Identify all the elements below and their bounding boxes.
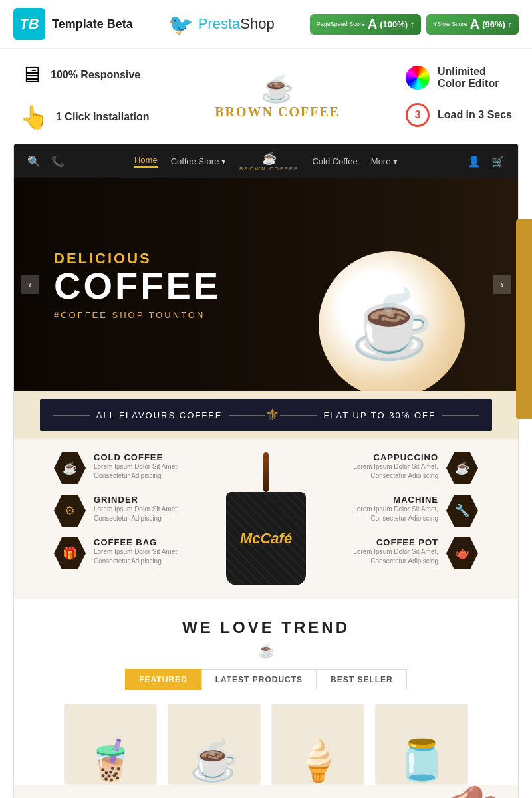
cart-icon[interactable]: 🛒 xyxy=(491,155,505,168)
hero-tag: #COFFEE SHOP TOUNTON xyxy=(54,310,221,320)
responsive-label: 100% Responsive xyxy=(51,69,140,81)
cold-coffee-title: COLD COFFEE xyxy=(94,452,200,462)
coffee-bag-item: 🎁 COFFEE BAG Lorem Ipsum Dolor Sit Amet,… xyxy=(54,537,200,569)
click-icon: 👆 xyxy=(20,104,48,130)
nav-right-icons: 👤 🛒 xyxy=(467,155,505,168)
coffee-types-section: ☕ COLD COFFEE Lorem Ipsum Dolor Sit Amet… xyxy=(14,439,518,598)
cappuccino-item: ☕ CAPPUCCINO Lorem Ipsum Dolor Sit Amet,… xyxy=(332,452,478,484)
timer-icon: 3 xyxy=(406,103,430,127)
user-icon[interactable]: 👤 xyxy=(467,155,481,168)
header-bar: TB Template Beta 🐦 PrestaShop PageSpeed … xyxy=(0,0,532,49)
prestashop-icon: 🐦 xyxy=(168,13,193,36)
product-card-2[interactable]: ☕ xyxy=(168,704,261,785)
we-love-icon: ☕ xyxy=(27,642,505,658)
machine-item: 🔧 MACHINE Lorem Ipsum Dolor Sit Amet, Co… xyxy=(332,495,478,527)
product-card-1[interactable]: 🧋 xyxy=(64,704,157,785)
cold-coffee-icon: ☕ xyxy=(54,452,86,484)
search-icon[interactable]: 🔍 xyxy=(27,155,41,168)
prestashop-name: PrestaShop xyxy=(198,15,275,33)
brand-icon: ☕ xyxy=(215,73,340,104)
center-cup: McCafé xyxy=(213,452,319,585)
brand-center: ☕ BROWN COFFEE xyxy=(215,73,340,120)
pagespeed-value: (100%) ↑ xyxy=(380,19,414,29)
grinder-title: GRINDER xyxy=(94,495,200,505)
right-line xyxy=(442,415,479,416)
product-img-4: 🫙 xyxy=(376,704,467,784)
hero-coffee-image: ☕ xyxy=(319,245,465,391)
nav-more[interactable]: More ▾ xyxy=(371,156,398,166)
monitor-icon: 🖥 xyxy=(20,62,43,88)
product-img-2: ☕ xyxy=(168,704,260,784)
we-love-title: WE LOVE TREND xyxy=(27,618,505,637)
yslow-letter: A xyxy=(470,17,479,32)
hero-section: ‹ DELICIOUS COFFEE #COFFEE SHOP TOUNTON … xyxy=(14,178,518,391)
coffee-pot-desc: Lorem Ipsum Dolor Sit Amet, Consectetur … xyxy=(332,547,438,566)
coffee-list-right: ☕ CAPPUCCINO Lorem Ipsum Dolor Sit Amet,… xyxy=(332,452,478,569)
hero-content: DELICIOUS COFFEE #COFFEE SHOP TOUNTON xyxy=(14,250,261,320)
site-navigation: 🔍 📞 Home Coffee Store ▾ ☕ BROWN COFFEE C… xyxy=(14,144,518,178)
color-editor-feature: Unlimited Color Editor xyxy=(406,66,512,90)
nav-cold-coffee[interactable]: Cold Coffee xyxy=(312,156,357,166)
machine-desc: Lorem Ipsum Dolor Sit Amet, Consectetur … xyxy=(332,505,438,523)
cappuccino-text: CAPPUCCINO Lorem Ipsum Dolor Sit Amet, C… xyxy=(332,452,438,481)
machine-text: MACHINE Lorem Ipsum Dolor Sit Amet, Cons… xyxy=(332,495,438,523)
coffee-beans-icon: 🫘 xyxy=(445,785,511,798)
side-accent-strip xyxy=(516,219,532,419)
machine-icon: 🔧 xyxy=(446,495,478,527)
nav-coffee-store[interactable]: Coffee Store ▾ xyxy=(171,156,226,166)
load-speed-label: Load in 3 Secs xyxy=(438,109,512,121)
flavours-inner: ALL FLAVOURS COFFEE ⚜ FLAT UP TO 30% OFF xyxy=(40,399,492,431)
load-speed-feature: 3 Load in 3 Secs xyxy=(406,103,512,127)
grinder-item: ⚙ GRINDER Lorem Ipsum Dolor Sit Amet, Co… xyxy=(54,495,200,527)
left-line xyxy=(53,415,90,416)
product-card-4[interactable]: 🫙 xyxy=(375,704,468,785)
coffee-bag-text: COFFEE BAG Lorem Ipsum Dolor Sit Amet, C… xyxy=(94,537,200,566)
scores-area: PageSpeed Score A (100%) ↑ YSlow Score A… xyxy=(310,14,519,35)
nav-brand-logo: ☕ BROWN COFFEE xyxy=(239,151,299,172)
discount-text: FLAT UP TO 30% OFF xyxy=(323,410,435,420)
site-title: Template Beta xyxy=(52,17,133,31)
coffee-bag-icon: 🎁 xyxy=(54,537,86,569)
coffee-list-left: ☕ COLD COFFEE Lorem Ipsum Dolor Sit Amet… xyxy=(54,452,200,569)
tab-featured[interactable]: FEATURED xyxy=(125,669,201,690)
product-tabs: FEATURED LATEST PRODUCTS BEST SELLER xyxy=(27,669,505,690)
cold-coffee-text: COLD COFFEE Lorem Ipsum Dolor Sit Amet, … xyxy=(94,452,200,481)
coffee-pot-icon: 🫖 xyxy=(446,537,478,569)
coffee-pot-item: 🫖 COFFEE POT Lorem Ipsum Dolor Sit Amet,… xyxy=(332,537,478,569)
product-img-3: 🍦 xyxy=(272,704,364,784)
color-wheel-icon xyxy=(406,66,430,90)
brand-name: BROWN COFFEE xyxy=(215,104,340,120)
color-editor-label: Unlimited Color Editor xyxy=(438,66,499,90)
we-love-section: WE LOVE TREND ☕ FEATURED LATEST PRODUCTS… xyxy=(14,598,518,785)
grinder-icon: ⚙ xyxy=(54,495,86,527)
cold-coffee-item: ☕ COLD COFFEE Lorem Ipsum Dolor Sit Amet… xyxy=(54,452,200,484)
cappuccino-title: CAPPUCCINO xyxy=(332,452,438,462)
grinder-text: GRINDER Lorem Ipsum Dolor Sit Amet, Cons… xyxy=(94,495,200,523)
yslow-label: YSlow Score xyxy=(433,21,467,27)
mccafe-cup: McCafé xyxy=(226,492,306,585)
nav-home[interactable]: Home xyxy=(134,155,158,168)
product-img-1: 🧋 xyxy=(65,704,156,784)
responsive-feature: 🖥 100% Responsive xyxy=(20,62,149,88)
cappuccino-desc: Lorem Ipsum Dolor Sit Amet, Consectetur … xyxy=(332,462,438,481)
click-install-feature: 👆 1 Click Installation xyxy=(20,104,149,130)
phone-icon[interactable]: 📞 xyxy=(51,155,65,168)
tab-latest[interactable]: LATEST PRODUCTS xyxy=(201,669,317,690)
pour-stream xyxy=(263,452,269,492)
flavours-right: FLAT UP TO 30% OFF xyxy=(280,410,479,420)
cappuccino-icon: ☕ xyxy=(446,452,478,484)
logo-icon: TB xyxy=(13,8,45,40)
coffee-bag-desc: Lorem Ipsum Dolor Sit Amet, Consectetur … xyxy=(94,547,200,566)
nav-left-icons: 🔍 📞 xyxy=(27,155,65,168)
product-card-3[interactable]: 🍦 xyxy=(271,704,364,785)
all-flavours-text: ALL FLAVOURS COFFEE xyxy=(96,410,223,420)
tab-best-seller[interactable]: BEST SELLER xyxy=(317,669,407,690)
hero-next-arrow[interactable]: › xyxy=(493,275,511,294)
click-install-label: 1 Click Installation xyxy=(56,111,149,123)
yslow-value: (96%) ↑ xyxy=(482,19,512,29)
logo-area: TB Template Beta xyxy=(13,8,133,40)
machine-title: MACHINE xyxy=(332,495,438,505)
left-line-right xyxy=(280,415,317,416)
flavours-banner: ALL FLAVOURS COFFEE ⚜ FLAT UP TO 30% OFF xyxy=(14,391,518,439)
grinder-desc: Lorem Ipsum Dolor Sit Amet, Consectetur … xyxy=(94,505,200,523)
